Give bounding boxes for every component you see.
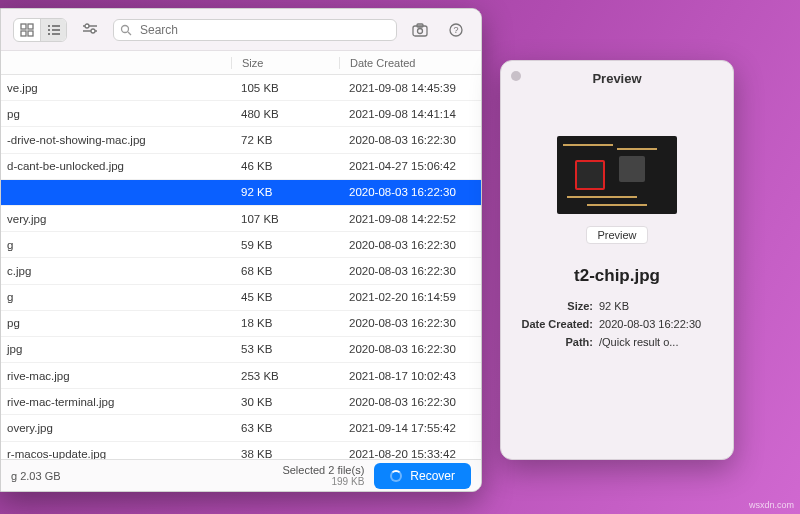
watermark: wsxdn.com: [749, 500, 794, 510]
svg-point-11: [85, 24, 89, 28]
meta-size-label: Size:: [515, 300, 593, 312]
meta-path-value: /Quick result o...: [599, 336, 719, 348]
table-row[interactable]: pg480 KB2021-09-08 14:41:14: [1, 101, 481, 127]
svg-point-6: [48, 29, 50, 31]
grid-view-button[interactable]: [14, 19, 40, 41]
table-row[interactable]: rive-mac-terminal.jpg30 KB2020-08-03 16:…: [1, 389, 481, 415]
svg-rect-0: [21, 24, 26, 29]
file-name-cell: r-macos-update.jpg: [1, 448, 231, 459]
file-name-cell: ve.jpg: [1, 82, 231, 94]
file-date-cell: 2020-08-03 16:22:30: [339, 134, 481, 146]
list-view-button[interactable]: [40, 19, 66, 41]
recover-button[interactable]: Recover: [374, 463, 471, 489]
svg-point-13: [91, 29, 95, 33]
spinner-icon: [390, 470, 402, 482]
file-size-cell: 105 KB: [231, 82, 339, 94]
status-bar: g 2.03 GB Selected 2 file(s) 199 KB Reco…: [1, 459, 481, 491]
recover-button-label: Recover: [410, 469, 455, 483]
help-icon: ?: [449, 23, 463, 37]
table-row[interactable]: rive-mac.jpg253 KB2021-08-17 10:02:43: [1, 363, 481, 389]
file-size-cell: 38 KB: [231, 448, 339, 459]
file-date-cell: 2021-09-08 14:22:52: [339, 213, 481, 225]
toolbar: ?: [1, 9, 481, 51]
list-icon: [47, 23, 61, 37]
file-browser-window: ? Size Date Created ve.jpg105 KB2021-09-…: [0, 8, 482, 492]
file-name-cell: overy.jpg: [1, 422, 231, 434]
table-row[interactable]: jpg53 KB2020-08-03 16:22:30: [1, 337, 481, 363]
column-headers: Size Date Created: [1, 51, 481, 75]
file-name-cell: c.jpg: [1, 265, 231, 277]
file-size-cell: 107 KB: [231, 213, 339, 225]
preview-metadata: Size: 92 KB Date Created: 2020-08-03 16:…: [515, 300, 719, 354]
file-size-cell: 53 KB: [231, 343, 339, 355]
file-name-cell: jpg: [1, 343, 231, 355]
table-row[interactable]: pg18 KB2020-08-03 16:22:30: [1, 311, 481, 337]
help-button[interactable]: ?: [443, 19, 469, 41]
file-date-cell: 2020-08-03 16:22:30: [339, 239, 481, 251]
svg-text:?: ?: [453, 25, 458, 35]
column-header-date[interactable]: Date Created: [339, 57, 481, 69]
file-name-cell: pg: [1, 317, 231, 329]
status-selection: Selected 2 file(s) 199 KB: [282, 464, 364, 487]
t2-chip-highlight: [575, 160, 605, 190]
status-selected-size: 199 KB: [282, 476, 364, 487]
svg-rect-3: [28, 31, 33, 36]
camera-button[interactable]: [407, 19, 433, 41]
table-row[interactable]: very.jpg107 KB2021-09-08 14:22:52: [1, 206, 481, 232]
search-icon: [120, 24, 132, 36]
file-list[interactable]: ve.jpg105 KB2021-09-08 14:45:39pg480 KB2…: [1, 75, 481, 459]
file-size-cell: 18 KB: [231, 317, 339, 329]
svg-rect-7: [52, 29, 60, 30]
table-row[interactable]: ve.jpg105 KB2021-09-08 14:45:39: [1, 75, 481, 101]
file-name-cell: rive-mac-terminal.jpg: [1, 396, 231, 408]
table-row[interactable]: g45 KB2021-02-20 16:14:59: [1, 285, 481, 311]
status-selected-count: Selected 2 file(s): [282, 464, 364, 476]
file-date-cell: 2020-08-03 16:22:30: [339, 186, 481, 198]
chip-2: [619, 156, 645, 182]
table-row[interactable]: -drive-not-showing-mac.jpg72 KB2020-08-0…: [1, 127, 481, 153]
file-date-cell: 2021-04-27 15:06:42: [339, 160, 481, 172]
filter-button[interactable]: [77, 19, 103, 41]
file-size-cell: 46 KB: [231, 160, 339, 172]
file-size-cell: 59 KB: [231, 239, 339, 251]
svg-rect-1: [28, 24, 33, 29]
table-row[interactable]: 92 KB2020-08-03 16:22:30: [1, 180, 481, 206]
svg-line-16: [128, 32, 131, 35]
table-row[interactable]: c.jpg68 KB2020-08-03 16:22:30: [1, 258, 481, 284]
svg-point-8: [48, 33, 50, 35]
file-date-cell: 2021-09-08 14:41:14: [339, 108, 481, 120]
meta-path-label: Path:: [515, 336, 593, 348]
close-window-button[interactable]: [511, 71, 521, 81]
preview-open-button[interactable]: Preview: [586, 226, 647, 244]
file-size-cell: 92 KB: [231, 186, 339, 198]
meta-size-value: 92 KB: [599, 300, 719, 312]
svg-rect-5: [52, 25, 60, 26]
preview-panel: Preview Preview t2-chip.jpg Size: 92 KB …: [500, 60, 734, 460]
file-date-cell: 2020-08-03 16:22:30: [339, 317, 481, 329]
file-name-cell: pg: [1, 108, 231, 120]
file-date-cell: 2020-08-03 16:22:30: [339, 265, 481, 277]
search-field[interactable]: [113, 19, 397, 41]
column-header-size[interactable]: Size: [231, 57, 339, 69]
file-date-cell: 2021-02-20 16:14:59: [339, 291, 481, 303]
file-name-cell: g: [1, 239, 231, 251]
file-date-cell: 2021-09-08 14:45:39: [339, 82, 481, 94]
meta-date-label: Date Created:: [515, 318, 593, 330]
table-row[interactable]: r-macos-update.jpg38 KB2021-08-20 15:33:…: [1, 442, 481, 459]
file-size-cell: 45 KB: [231, 291, 339, 303]
table-row[interactable]: d-cant-be-unlocked.jpg46 KB2021-04-27 15…: [1, 154, 481, 180]
meta-date-value: 2020-08-03 16:22:30: [599, 318, 719, 330]
table-row[interactable]: overy.jpg63 KB2021-09-14 17:55:42: [1, 415, 481, 441]
status-remaining: g 2.03 GB: [11, 470, 272, 482]
file-name-cell: very.jpg: [1, 213, 231, 225]
file-name-cell: d-cant-be-unlocked.jpg: [1, 160, 231, 172]
svg-rect-9: [52, 33, 60, 34]
svg-point-18: [418, 28, 423, 33]
svg-point-4: [48, 25, 50, 27]
file-date-cell: 2020-08-03 16:22:30: [339, 343, 481, 355]
search-input[interactable]: [138, 22, 390, 38]
file-date-cell: 2021-08-20 15:33:42: [339, 448, 481, 459]
file-size-cell: 480 KB: [231, 108, 339, 120]
table-row[interactable]: g59 KB2020-08-03 16:22:30: [1, 232, 481, 258]
sliders-icon: [82, 23, 98, 37]
